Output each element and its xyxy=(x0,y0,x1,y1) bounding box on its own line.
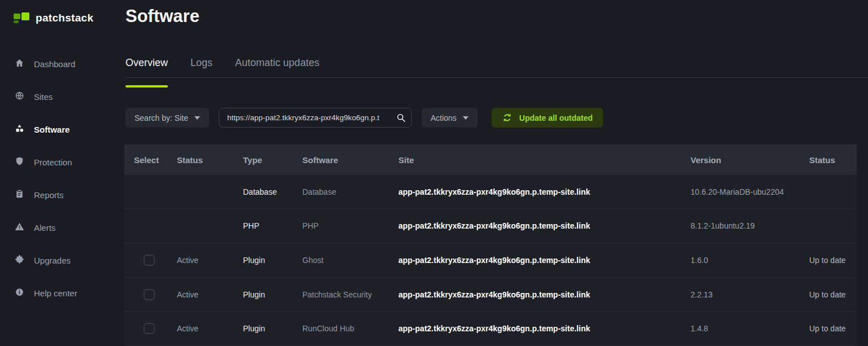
chevron-down-icon xyxy=(463,116,468,120)
col-type: Type xyxy=(243,155,302,165)
row-site: app-pat2.tkkryx6zza-pxr4kg9ko6gn.p.temp-… xyxy=(398,324,691,333)
row-select-cell xyxy=(124,289,177,300)
row-version: 1.4.8 xyxy=(691,324,809,333)
sidebar-item-label: Alerts xyxy=(34,223,55,233)
update-all-outdated-button[interactable]: Update all outdated xyxy=(492,108,603,128)
row-status: Active xyxy=(177,290,243,299)
sidebar-item-reports[interactable]: Reports xyxy=(0,178,124,211)
sidebar-item-alerts[interactable]: Alerts xyxy=(0,211,124,244)
sidebar-item-label: Software xyxy=(34,125,70,134)
row-site: app-pat2.tkkryx6zza-pxr4kg9ko6gn.p.temp-… xyxy=(398,256,691,265)
sidebar-item-software[interactable]: Software xyxy=(0,113,124,146)
shield-icon xyxy=(15,156,24,168)
sidebar-item-upgrades[interactable]: Upgrades xyxy=(0,244,124,277)
patchstack-logo[interactable]: patchstack xyxy=(0,0,124,24)
tab-logs[interactable]: Logs xyxy=(190,57,212,77)
sidebar-item-label: Help center xyxy=(34,288,77,298)
row-type: Plugin xyxy=(243,256,302,265)
row-checkbox[interactable] xyxy=(144,255,155,266)
row-version: 2.2.13 xyxy=(691,290,809,299)
row-site: app-pat2.tkkryx6zza-pxr4kg9ko6gn.p.temp-… xyxy=(398,187,691,196)
row-status: Active xyxy=(177,256,243,265)
sidebar-item-help-center[interactable]: Help center xyxy=(0,277,124,309)
home-icon xyxy=(15,58,24,69)
row-status: Active xyxy=(177,324,243,333)
row-version: 10.6.20-MariaDB-ubu2204 xyxy=(691,187,809,196)
table-row: PHPPHPapp-pat2.tkkryx6zza-pxr4kg9ko6gn.p… xyxy=(124,209,857,244)
row-software: Patchstack Security xyxy=(302,290,398,299)
sidebar-nav: DashboardSitesSoftwareProtectionReportsA… xyxy=(0,47,124,309)
patchstack-logo-icon xyxy=(14,12,29,24)
alert-icon xyxy=(15,222,24,233)
search-box xyxy=(219,108,412,128)
puzzle-icon xyxy=(15,255,24,266)
col-version: Version xyxy=(691,155,809,165)
table-row: DatabaseDatabaseapp-pat2.tkkryx6zza-pxr4… xyxy=(124,175,857,209)
sidebar-item-label: Reports xyxy=(34,190,64,200)
brand-name: patchstack xyxy=(36,12,93,24)
table-body: DatabaseDatabaseapp-pat2.tkkryx6zza-pxr4… xyxy=(124,175,857,346)
globe-icon xyxy=(15,91,24,102)
row-type: PHP xyxy=(243,221,302,230)
sidebar-item-sites[interactable]: Sites xyxy=(0,80,124,113)
refresh-icon xyxy=(502,112,513,123)
actions-dropdown[interactable]: Actions xyxy=(422,108,478,128)
row-checkbox[interactable] xyxy=(144,289,155,300)
row-update-status: Up to date xyxy=(809,256,857,265)
row-select-cell xyxy=(124,323,177,334)
row-version: 8.1.2-1ubuntu2.19 xyxy=(691,221,809,230)
col-software: Software xyxy=(302,155,398,165)
row-software: RunCloud Hub xyxy=(302,324,398,333)
row-update-status: Up to date xyxy=(809,290,857,299)
row-site: app-pat2.tkkryx6zza-pxr4kg9ko6gn.p.temp-… xyxy=(398,221,691,230)
report-icon xyxy=(15,189,24,200)
col-status: Status xyxy=(177,155,243,165)
sidebar-item-label: Upgrades xyxy=(34,256,71,265)
sidebar-item-protection[interactable]: Protection xyxy=(0,146,124,178)
sidebar-item-dashboard[interactable]: Dashboard xyxy=(0,47,124,80)
sidebar-item-label: Protection xyxy=(34,157,72,167)
row-select-cell xyxy=(124,255,177,266)
tab-overview[interactable]: Overview xyxy=(125,57,168,77)
col-status-2: Status xyxy=(809,155,857,165)
search-by-label: Search by: Site xyxy=(134,113,188,122)
row-type: Plugin xyxy=(243,290,302,299)
row-software: Ghost xyxy=(302,256,398,265)
col-site: Site xyxy=(398,155,691,165)
row-update-status: Up to date xyxy=(809,324,857,333)
row-version: 1.6.0 xyxy=(691,256,809,265)
table-row: ActivePluginRunCloud Hubapp-pat2.tkkryx6… xyxy=(124,312,857,346)
search-input[interactable] xyxy=(227,113,396,122)
sidebar-item-label: Dashboard xyxy=(34,59,75,69)
row-software: PHP xyxy=(302,221,398,230)
table-row: ActivePluginGhostapp-pat2.tkkryx6zza-pxr… xyxy=(124,243,857,278)
col-select: Select xyxy=(124,155,177,165)
table-header: Select Status Type Software Site Version… xyxy=(124,144,857,175)
sidebar: patchstack DashboardSitesSoftwareProtect… xyxy=(0,0,124,346)
row-checkbox[interactable] xyxy=(144,323,155,334)
page-title: Software xyxy=(125,6,199,27)
tabs-bar: Overview Logs Automatic updates xyxy=(125,57,868,78)
software-table: Select Status Type Software Site Version… xyxy=(124,144,857,346)
tab-automatic-updates[interactable]: Automatic updates xyxy=(235,57,319,77)
sidebar-item-label: Sites xyxy=(34,92,53,102)
search-by-dropdown[interactable]: Search by: Site xyxy=(125,108,209,128)
row-software: Database xyxy=(302,187,398,196)
actions-label: Actions xyxy=(431,113,457,122)
chevron-down-icon xyxy=(194,116,200,120)
toolbar: Search by: Site Actions Update all outda… xyxy=(125,108,603,128)
search-icon[interactable] xyxy=(396,112,406,123)
info-icon xyxy=(15,287,24,299)
row-type: Plugin xyxy=(243,324,302,333)
row-site: app-pat2.tkkryx6zza-pxr4kg9ko6gn.p.temp-… xyxy=(398,290,691,299)
software-icon xyxy=(15,124,24,135)
row-type: Database xyxy=(243,187,302,196)
table-row: ActivePluginPatchstack Securityapp-pat2.… xyxy=(124,278,857,312)
update-all-label: Update all outdated xyxy=(519,113,593,122)
